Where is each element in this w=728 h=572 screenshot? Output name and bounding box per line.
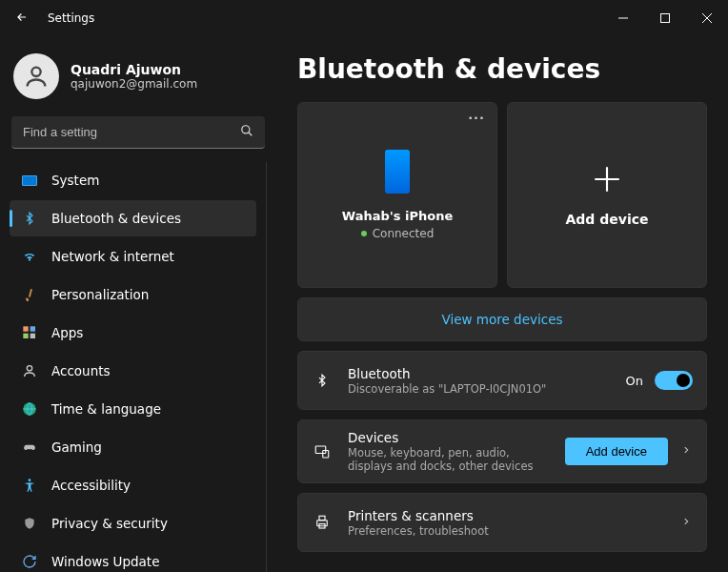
update-icon (21, 553, 38, 570)
close-button[interactable] (686, 0, 728, 36)
user-name: Quadri Ajuwon (71, 62, 197, 77)
minimize-button[interactable] (602, 0, 644, 36)
shield-icon (21, 515, 38, 532)
bluetooth-icon (21, 210, 38, 227)
svg-rect-12 (317, 521, 328, 526)
brush-icon (21, 286, 38, 303)
svg-point-7 (27, 366, 31, 371)
bluetooth-row[interactable]: Bluetooth Discoverable as "LAPTOP-I0CJN0… (297, 351, 707, 410)
maximize-button[interactable] (644, 0, 686, 36)
row-subtitle: Mouse, keyboard, pen, audio, displays an… (348, 446, 550, 473)
toggle-state-label: On (626, 374, 643, 388)
svg-rect-10 (315, 446, 326, 454)
view-more-devices-button[interactable]: View more devices (297, 297, 707, 341)
nav-item-bluetooth-devices[interactable]: Bluetooth & devices (10, 200, 256, 236)
more-icon[interactable]: ··· (468, 111, 485, 125)
search-icon (240, 124, 253, 140)
window-title: Settings (48, 11, 94, 25)
bluetooth-toggle[interactable] (655, 371, 693, 390)
page-title: Bluetooth & devices (297, 53, 707, 85)
nav-item-gaming[interactable]: Gaming (10, 429, 256, 465)
accessibility-icon (21, 477, 38, 494)
svg-rect-13 (319, 516, 325, 521)
row-title: Printers & scanners (348, 508, 664, 523)
svg-rect-5 (23, 334, 28, 338)
search-box[interactable] (11, 116, 265, 149)
add-device-label: Add device (566, 212, 649, 227)
wifi-icon (21, 248, 38, 265)
phone-icon (385, 150, 410, 194)
nav-item-windows-update[interactable]: Windows Update (10, 543, 256, 572)
device-card[interactable]: ··· Wahab's iPhone Connected (297, 102, 497, 288)
user-profile[interactable]: Quadri Ajuwon qajuwon2@gmail.com (10, 50, 267, 116)
chevron-right-icon (679, 439, 693, 463)
printer-icon (312, 514, 333, 531)
search-input[interactable] (23, 125, 240, 139)
nav-item-apps[interactable]: Apps (10, 315, 256, 351)
svg-rect-3 (23, 326, 28, 331)
nav-item-network[interactable]: Network & internet (10, 238, 256, 275)
avatar (13, 53, 59, 99)
nav-item-personalization[interactable]: Personalization (10, 276, 256, 313)
nav-item-system[interactable]: System (10, 162, 256, 198)
svg-point-2 (242, 126, 250, 133)
globe-icon (21, 400, 38, 418)
nav-item-accounts[interactable]: Accounts (10, 353, 256, 389)
add-device-button[interactable]: Add device (565, 438, 668, 465)
row-subtitle: Discoverable as "LAPTOP-I0CJN01O" (348, 382, 557, 396)
device-name: Wahab's iPhone (342, 209, 453, 223)
accounts-icon (21, 362, 38, 379)
gaming-icon (21, 439, 38, 456)
devices-row[interactable]: Devices Mouse, keyboard, pen, audio, dis… (297, 419, 707, 483)
nav-item-privacy[interactable]: Privacy & security (10, 505, 256, 541)
sidebar: Quadri Ajuwon qajuwon2@gmail.com System … (0, 36, 276, 572)
row-title: Bluetooth (348, 366, 611, 381)
bluetooth-icon (312, 371, 333, 390)
back-button[interactable] (11, 7, 32, 31)
titlebar: Settings (0, 0, 728, 36)
nav-item-time-language[interactable]: Time & language (10, 391, 256, 427)
apps-icon (21, 324, 38, 341)
main-panel: Bluetooth & devices ··· Wahab's iPhone C… (276, 36, 728, 572)
row-title: Devices (348, 430, 550, 445)
add-device-card[interactable]: Add device (507, 102, 707, 288)
devices-icon (312, 443, 333, 460)
device-status: Connected (361, 227, 435, 240)
user-email: qajuwon2@gmail.com (71, 77, 197, 91)
status-dot-icon (361, 231, 367, 236)
chevron-right-icon (679, 511, 693, 535)
nav-list: System Bluetooth & devices Network & int… (10, 162, 267, 572)
nav-item-accessibility[interactable]: Accessibility (10, 467, 256, 503)
row-subtitle: Preferences, troubleshoot (348, 524, 557, 538)
svg-rect-6 (30, 334, 35, 338)
svg-point-9 (29, 479, 31, 481)
printers-row[interactable]: Printers & scanners Preferences, trouble… (297, 493, 707, 552)
svg-point-1 (31, 68, 40, 76)
system-icon (21, 172, 38, 189)
svg-rect-0 (661, 14, 670, 23)
plus-icon (591, 163, 623, 198)
svg-rect-4 (30, 326, 35, 331)
